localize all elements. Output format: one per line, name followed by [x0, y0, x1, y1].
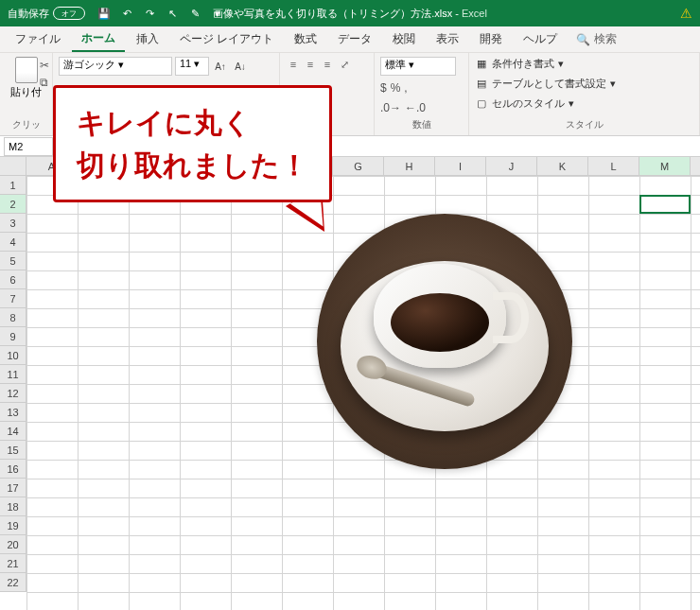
tab-data[interactable]: データ — [328, 27, 381, 51]
tab-insert[interactable]: 挿入 — [127, 27, 168, 51]
touch-icon[interactable]: ✎ — [187, 6, 202, 21]
col-header[interactable]: M — [639, 157, 691, 175]
autosave-label: 自動保存 — [8, 7, 49, 21]
font-name-select[interactable]: 游ゴシック ▾ — [59, 57, 172, 76]
tab-developer[interactable]: 開発 — [470, 27, 512, 51]
row-header[interactable]: 12 — [0, 384, 26, 403]
decrease-decimal-icon[interactable]: ←.0 — [405, 101, 426, 114]
ribbon-tabs: ファイル ホーム 挿入 ページ レイアウト 数式 データ 校閲 表示 開発 ヘル… — [0, 26, 700, 53]
row-header[interactable]: 4 — [0, 233, 26, 252]
row-header[interactable]: 15 — [0, 441, 26, 460]
row-header[interactable]: 19 — [0, 516, 26, 535]
row-header[interactable]: 11 — [0, 365, 26, 384]
decrease-font-icon[interactable]: A↓ — [232, 57, 249, 76]
row-header[interactable]: 17 — [0, 479, 26, 497]
search-icon: 🔍 — [576, 33, 590, 46]
window-titlebar: 自動保存 オフ 💾 ↶ ↷ ↖ ✎ ▾ 画像や写真を丸く切り取る（トリミング）方… — [0, 0, 700, 26]
tab-review[interactable]: 校閲 — [383, 27, 425, 51]
search-box[interactable]: 🔍 検索 — [576, 31, 617, 47]
tab-file[interactable]: ファイル — [6, 27, 70, 51]
row-header[interactable]: 10 — [0, 346, 26, 365]
row-header[interactable]: 3 — [0, 214, 26, 233]
orientation-icon[interactable]: ⤢ — [337, 57, 352, 72]
number-group: 標準 ▾ $ % , .0→ ←.0 数値 — [375, 53, 469, 135]
row-header[interactable]: 8 — [0, 308, 26, 327]
col-header[interactable]: I — [435, 157, 486, 175]
name-box[interactable]: M2 — [4, 137, 53, 156]
increase-font-icon[interactable]: A↑ — [212, 57, 229, 76]
row-header[interactable]: 14 — [0, 422, 26, 441]
row-header[interactable]: 7 — [0, 289, 26, 308]
currency-icon[interactable]: $ — [380, 81, 387, 95]
col-header[interactable]: H — [384, 157, 435, 175]
callout-line2: 切り取れました！ — [77, 149, 308, 181]
copy-icon[interactable]: ⧉ — [40, 76, 49, 89]
warning-icon[interactable]: ⚠ — [680, 6, 692, 21]
format-as-table-button[interactable]: ▤ テーブルとして書式設定 ▾ — [475, 77, 693, 91]
tab-help[interactable]: ヘルプ — [514, 27, 567, 51]
row-header[interactable]: 16 — [0, 460, 26, 479]
conditional-format-icon: ▦ — [475, 58, 488, 71]
redo-icon[interactable]: ↷ — [142, 6, 157, 21]
number-group-label: 数値 — [380, 118, 463, 131]
coffee-image-circle[interactable] — [317, 214, 572, 469]
number-format-select[interactable]: 標準 ▾ — [380, 57, 456, 76]
percent-icon[interactable]: % — [391, 81, 401, 95]
col-header[interactable]: K — [537, 157, 588, 175]
font-size-select[interactable]: 11 ▾ — [175, 57, 209, 76]
increase-decimal-icon[interactable]: .0→ — [380, 101, 401, 114]
callout-box: キレイに丸く 切り取れました！ — [53, 85, 332, 202]
col-header[interactable]: G — [333, 157, 384, 175]
tab-formulas[interactable]: 数式 — [285, 27, 326, 51]
undo-icon[interactable]: ↶ — [119, 6, 134, 21]
col-header[interactable]: J — [486, 157, 537, 175]
align-middle-icon[interactable]: ≡ — [303, 57, 318, 72]
tab-view[interactable]: 表示 — [427, 27, 468, 51]
autosave-toggle[interactable]: 自動保存 オフ — [8, 7, 85, 21]
row-header[interactable]: 2 — [0, 195, 26, 214]
save-icon[interactable]: 💾 — [96, 6, 112, 21]
styles-group: ▦ 条件付き書式 ▾ ▤ テーブルとして書式設定 ▾ ▢ セルのスタイル ▾ ス… — [469, 53, 700, 135]
row-header[interactable]: 13 — [0, 403, 26, 422]
align-top-icon[interactable]: ≡ — [286, 57, 301, 72]
tab-home[interactable]: ホーム — [72, 26, 125, 52]
table-icon: ▤ — [475, 78, 488, 91]
row-header[interactable]: 18 — [0, 497, 26, 516]
window-title: 画像や写真を丸く切り取る（トリミング）方法.xlsx - Excel — [213, 7, 487, 21]
row-header[interactable]: 6 — [0, 270, 26, 289]
worksheet[interactable]: A B C D E F G H I J K L M 1 2 3 4 5 6 7 … — [0, 157, 700, 610]
row-header[interactable]: 22 — [0, 573, 26, 592]
row-header[interactable]: 20 — [0, 535, 26, 554]
row-headers[interactable]: 1 2 3 4 5 6 7 8 9 10 11 12 13 14 15 16 1… — [0, 176, 26, 592]
callout-line1: キレイに丸く — [77, 107, 252, 138]
row-header[interactable]: 1 — [0, 176, 26, 195]
coffee-photo — [317, 214, 572, 469]
cell-style-icon: ▢ — [475, 97, 488, 111]
clipboard-icon — [15, 57, 38, 83]
row-header[interactable]: 9 — [0, 327, 26, 346]
cut-icon[interactable]: ✂ — [40, 59, 49, 72]
tab-page-layout[interactable]: ページ レイアウト — [170, 27, 283, 51]
cell-styles-button[interactable]: ▢ セルのスタイル ▾ — [475, 96, 693, 111]
clipboard-group-label: クリッ — [6, 118, 46, 131]
autosave-pill[interactable]: オフ — [53, 7, 85, 20]
styles-group-label: スタイル — [475, 118, 693, 131]
align-bottom-icon[interactable]: ≡ — [320, 57, 335, 72]
clipboard-group: 貼り付 ✂ ⧉ クリッ — [0, 53, 53, 135]
row-header[interactable]: 5 — [0, 252, 26, 270]
row-header[interactable]: 21 — [0, 554, 26, 573]
cursor-icon[interactable]: ↖ — [165, 6, 180, 21]
quick-access-toolbar: 💾 ↶ ↷ ↖ ✎ ▾ — [96, 6, 225, 21]
conditional-format-button[interactable]: ▦ 条件付き書式 ▾ — [475, 57, 693, 71]
col-header[interactable]: L — [588, 157, 639, 175]
comma-icon[interactable]: , — [404, 81, 407, 95]
selected-cell[interactable] — [639, 195, 691, 214]
select-all-corner[interactable] — [0, 157, 26, 176]
